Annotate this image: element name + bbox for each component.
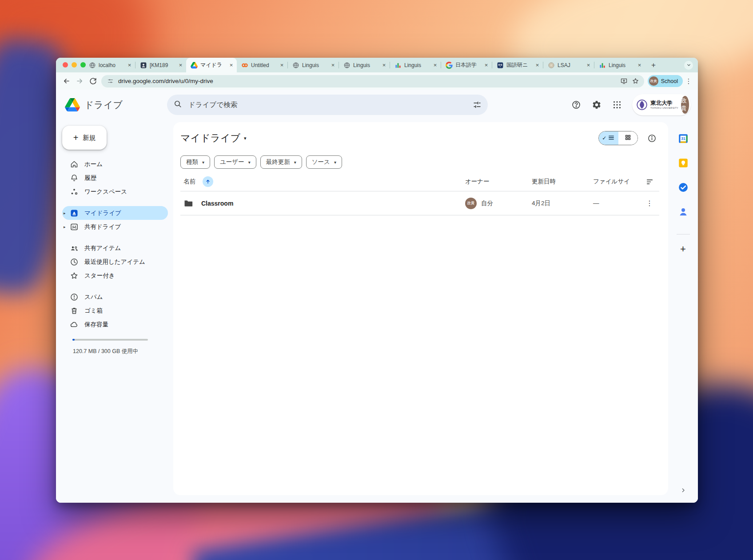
tab-title: localho <box>99 62 123 68</box>
install-app-icon[interactable] <box>618 75 630 87</box>
back-button[interactable] <box>60 75 73 88</box>
tab-close-icon[interactable]: × <box>636 61 643 69</box>
account-avatar[interactable]: 政貴 <box>681 96 689 114</box>
storage-usage-text: 120.7 MB / 300 GB 使用中 <box>73 348 173 355</box>
table-row[interactable]: Classroom政貴自分4月2日—⋮ <box>180 191 659 215</box>
browser-tab[interactable]: Linguis× <box>339 58 390 72</box>
sidebar-item-alert[interactable]: スパム <box>62 290 168 304</box>
new-button[interactable]: + 新規 <box>62 126 107 150</box>
page-title[interactable]: マイドライブ ▾ <box>180 131 247 145</box>
browser-tab[interactable]: Linguis× <box>288 58 339 72</box>
sidebar-item-trash[interactable]: ゴミ箱 <box>62 304 168 318</box>
panel-calendar-icon[interactable]: 31 <box>677 133 689 144</box>
filter-chip[interactable]: 種類▾ <box>180 155 210 169</box>
header-owner-label: オーナー <box>465 178 490 186</box>
browser-toolbar: drive.google.com/drive/u/0/my-drive 政貴 S… <box>56 72 698 90</box>
drive-logo-icon[interactable] <box>65 98 80 111</box>
google-apps-grid-button[interactable] <box>608 96 626 114</box>
check-icon: ✓ <box>602 135 606 141</box>
svg-text:31: 31 <box>681 136 685 141</box>
tab-close-icon[interactable]: × <box>585 61 592 69</box>
advanced-search-icon[interactable] <box>473 100 482 109</box>
sidebar-item-cloud[interactable]: 保存容量 <box>62 318 168 331</box>
browser-tab[interactable]: Untitled× <box>237 58 287 72</box>
filter-chip[interactable]: 最終更新▾ <box>260 155 302 169</box>
owl-favicon-icon <box>497 62 504 69</box>
account-chip[interactable]: 東北大学 TOHOKU UNIVERSITY 政貴 <box>632 94 691 115</box>
chevron-right-icon[interactable]: ▸ <box>64 211 66 215</box>
sidebar-item-workspaces[interactable]: ワークスペース <box>62 185 168 199</box>
tab-close-icon[interactable]: × <box>278 61 286 69</box>
sidebar-item-shared-drive[interactable]: ▸共有ドライブ <box>62 220 168 234</box>
cell-size: — <box>593 200 640 207</box>
panel-add-button[interactable]: + <box>677 243 689 255</box>
chevron-right-icon[interactable]: ▸ <box>64 225 66 229</box>
show-side-panel-button[interactable] <box>678 485 689 496</box>
tab-close-icon[interactable]: × <box>380 61 388 69</box>
sidebar-item-star[interactable]: スター付き <box>62 269 168 282</box>
filter-chip-label: 種類 <box>186 158 198 166</box>
drive-search-bar[interactable] <box>167 95 488 115</box>
forward-button[interactable] <box>73 75 86 88</box>
browser-tab[interactable]: LSAJ× <box>543 58 594 72</box>
header-owner[interactable]: オーナー <box>465 178 532 186</box>
sort-options-icon[interactable] <box>640 178 659 186</box>
grid-view-button[interactable] <box>618 131 638 145</box>
panel-keep-icon[interactable] <box>677 157 689 169</box>
browser-tab[interactable]: Linguis× <box>594 58 645 72</box>
browser-menu-button[interactable]: ⋮ <box>683 77 694 85</box>
header-size[interactable]: ファイルサイ <box>593 178 640 186</box>
clock-icon <box>70 258 79 266</box>
more-options-icon[interactable]: ⋮ <box>643 197 656 210</box>
browser-tab[interactable]: Linguis× <box>390 58 441 72</box>
close-window-button[interactable] <box>63 62 68 68</box>
bookmark-star-icon[interactable] <box>630 75 641 87</box>
header-size-label: ファイルサイ <box>593 178 630 185</box>
url-text[interactable]: drive.google.com/drive/u/0/my-drive <box>118 78 618 84</box>
filter-chip[interactable]: ソース▾ <box>306 155 342 169</box>
header-name-label: 名前 <box>183 178 195 186</box>
filter-chip[interactable]: ユーザー▾ <box>214 155 256 169</box>
site-info-icon[interactable] <box>105 76 115 86</box>
browser-tab[interactable]: localho× <box>84 58 135 72</box>
tab-title: Linguis <box>353 62 378 68</box>
cell-name: Classroom <box>180 199 465 208</box>
tab-search-button[interactable] <box>684 61 693 70</box>
tab-close-icon[interactable]: × <box>431 61 439 69</box>
browser-profile-chip[interactable]: 政貴 School <box>648 75 683 87</box>
sidebar-item-people[interactable]: 共有アイテム <box>62 241 168 255</box>
sort-ascending-icon[interactable] <box>203 176 213 187</box>
tab-close-icon[interactable]: × <box>534 61 541 69</box>
tab-close-icon[interactable]: × <box>482 61 490 69</box>
tab-close-icon[interactable]: × <box>177 61 184 69</box>
browser-tab[interactable]: 日本語学× <box>441 58 492 72</box>
tab-close-icon[interactable]: × <box>126 61 133 69</box>
globe-favicon-icon <box>292 62 299 69</box>
tab-close-icon[interactable]: × <box>329 61 337 69</box>
sidebar-item-my-drive[interactable]: ▸マイドライブ <box>62 206 168 220</box>
list-view-button[interactable]: ✓ <box>599 131 618 145</box>
help-button[interactable] <box>567 96 585 114</box>
panel-contacts-icon[interactable] <box>677 206 689 218</box>
sidebar-item-clock[interactable]: 最近使用したアイテム <box>62 255 168 269</box>
minimize-window-button[interactable] <box>72 62 77 68</box>
new-tab-button[interactable]: + <box>648 60 659 71</box>
sidebar-item-home[interactable]: ホーム <box>62 157 168 171</box>
header-modified[interactable]: 更新日時 <box>532 178 593 186</box>
details-info-button[interactable] <box>644 131 659 146</box>
address-bar[interactable]: drive.google.com/drive/u/0/my-drive <box>101 75 644 87</box>
panel-tasks-icon[interactable] <box>677 182 689 193</box>
tab-list: localho×[KM189×マイドラ×Untitled×Linguis×Lin… <box>84 58 645 72</box>
settings-gear-button[interactable] <box>588 96 606 114</box>
reload-button[interactable] <box>86 75 100 88</box>
header-name[interactable]: 名前 <box>180 176 465 187</box>
sidebar-item-bell[interactable]: 履歴 <box>62 171 168 185</box>
search-input[interactable] <box>187 100 467 109</box>
browser-tab[interactable]: [KM189× <box>135 58 186 72</box>
browser-tab[interactable]: 国語研ニ× <box>492 58 543 72</box>
browser-tab-active[interactable]: マイドラ× <box>186 58 237 72</box>
filter-chip-label: ユーザー <box>220 158 244 166</box>
chevron-down-icon: ▾ <box>248 160 251 165</box>
tab-close-icon[interactable]: × <box>227 61 235 69</box>
tab-strip: localho×[KM189×マイドラ×Untitled×Linguis×Lin… <box>56 58 698 72</box>
